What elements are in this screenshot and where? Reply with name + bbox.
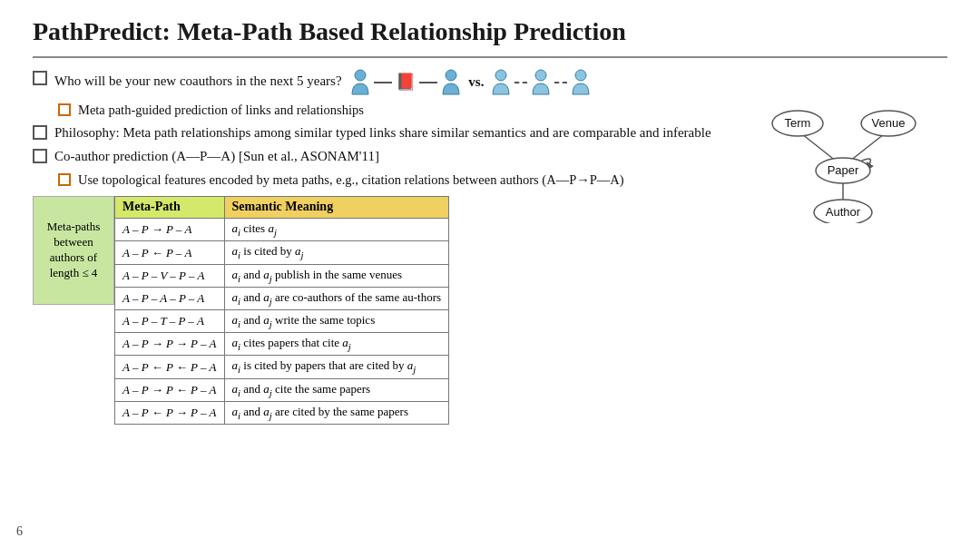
col-header-path: Meta-Path xyxy=(115,197,225,219)
sub-bullet-1: Meta path-guided prediction of links and… xyxy=(58,102,739,120)
person-icon-2 xyxy=(441,69,461,96)
svg-point-4 xyxy=(575,70,586,81)
vs-label: vs. xyxy=(468,73,484,91)
checkbox-icon-1 xyxy=(33,71,47,85)
meaning-cell: ai and aj are co-authors of the same au-… xyxy=(224,287,449,309)
table-row: A – P – A – P – A ai and aj are co-autho… xyxy=(115,287,449,309)
table-row: A – P → P – A ai cites aj xyxy=(115,219,449,241)
svg-point-1 xyxy=(446,70,456,81)
svg-text:Venue: Venue xyxy=(872,116,906,130)
slide: PathPredict: Meta-Path Based Relationshi… xyxy=(0,0,980,548)
checkbox-icon-sub1 xyxy=(58,103,71,116)
meaning-cell: ai and aj are cited by the same papers xyxy=(224,401,449,424)
dash-1 xyxy=(374,82,392,83)
bullet-2-text: Philosophy: Meta path relationships amon… xyxy=(54,123,711,142)
bullet-3-text: Co-author prediction (A—P—A) [Sun et al.… xyxy=(54,147,379,165)
person-icon-1 xyxy=(350,69,370,96)
table-row: A – P ← P → P – A ai and aj are cited by… xyxy=(115,401,449,424)
meta-path-table: Meta-Path Semantic Meaning A – P → P – A… xyxy=(114,196,449,425)
bullet-1-text: Who will be your new coauthors in the ne… xyxy=(54,69,591,96)
meaning-cell: ai and aj write the same topics xyxy=(224,309,449,332)
table-row: A – P → P → P – A ai cites papers that c… xyxy=(115,333,449,356)
svg-text:Term: Term xyxy=(785,116,811,130)
graph-diagram: Term Venue Paper Author xyxy=(748,105,938,223)
meaning-cell: ai cites papers that cite aj xyxy=(224,333,449,356)
path-cell: A – P → P – A xyxy=(115,219,225,241)
person-icon-4 xyxy=(531,69,551,96)
bullet-2: Philosophy: Meta path relationships amon… xyxy=(33,123,739,142)
person-icon-3 xyxy=(491,69,511,96)
svg-text:Paper: Paper xyxy=(828,163,859,177)
path-cell: A – P – A – P – A xyxy=(115,287,225,309)
sub-bullet-2: Use topological features encoded by meta… xyxy=(58,171,739,190)
meaning-cell: ai cites aj xyxy=(224,219,449,241)
svg-point-2 xyxy=(495,70,506,81)
table-row: A – P ← P – A ai is cited by aj xyxy=(115,241,449,264)
coauthor-diagram: 📕 vs. xyxy=(350,69,591,96)
table-row: A – P ← P ← P – A ai is cited by papers … xyxy=(115,356,449,378)
path-cell: A – P ← P ← P – A xyxy=(115,356,225,378)
left-content: Who will be your new coauthors in the ne… xyxy=(33,69,739,425)
slide-title: PathPredict: Meta-Path Based Relationshi… xyxy=(33,16,947,47)
path-cell: A – P ← P – A xyxy=(115,241,225,264)
meta-paths-label: Meta-paths between authors of length ≤ 4 xyxy=(33,196,114,305)
table-row: A – P – T – P – A ai and aj write the sa… xyxy=(115,309,449,332)
path-cell: A – P – V – P – A xyxy=(115,264,225,287)
svg-point-0 xyxy=(355,70,366,81)
table-row: A – P → P ← P – A ai and aj cite the sam… xyxy=(115,378,449,401)
book-icon: 📕 xyxy=(396,71,416,93)
content-area: Who will be your new coauthors in the ne… xyxy=(33,69,947,425)
meaning-cell: ai and aj cite the same papers xyxy=(224,378,449,401)
meaning-cell: ai and aj publish in the same venues xyxy=(224,264,449,287)
meaning-cell: ai is cited by papers that are cited by … xyxy=(224,356,449,378)
table-wrapper: Meta-paths between authors of length ≤ 4… xyxy=(33,196,739,425)
path-cell: A – P → P ← P – A xyxy=(115,378,225,401)
col-header-meaning: Semantic Meaning xyxy=(224,197,449,219)
sub-bullet-1-text: Meta path-guided prediction of links and… xyxy=(78,102,364,120)
path-cell: A – P ← P → P – A xyxy=(115,401,225,424)
right-content: Term Venue Paper Author xyxy=(748,69,947,425)
dash-2 xyxy=(419,82,437,83)
bullet-3: Co-author prediction (A—P—A) [Sun et al.… xyxy=(33,147,739,165)
table-row: A – P – V – P – A ai and aj publish in t… xyxy=(115,264,449,287)
svg-point-3 xyxy=(535,70,546,81)
checkbox-icon-2 xyxy=(33,125,47,140)
path-cell: A – P – T – P – A xyxy=(115,309,225,332)
checkbox-icon-sub2 xyxy=(58,173,71,186)
sub-bullet-2-text: Use topological features encoded by meta… xyxy=(78,171,624,190)
path-cell: A – P → P → P – A xyxy=(115,333,225,356)
dash-dashed-2 xyxy=(554,82,567,83)
title-divider xyxy=(33,56,947,58)
checkbox-icon-3 xyxy=(33,149,47,163)
bullet-1: Who will be your new coauthors in the ne… xyxy=(33,69,739,96)
person-icon-5 xyxy=(571,69,591,96)
slide-number: 6 xyxy=(16,524,23,539)
svg-text:Author: Author xyxy=(826,205,861,219)
meaning-cell: ai is cited by aj xyxy=(224,241,449,264)
dash-dashed-1 xyxy=(514,82,527,83)
